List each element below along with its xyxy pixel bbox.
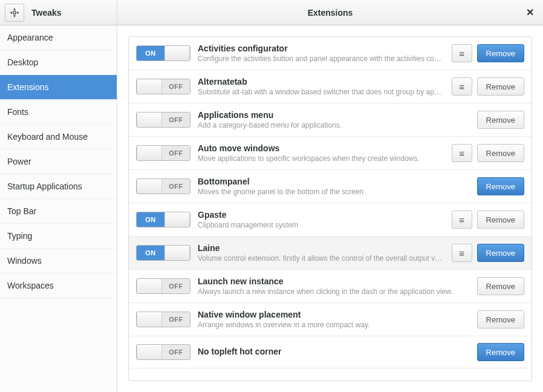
close-icon: ✕ xyxy=(526,7,534,18)
extension-toggle[interactable]: ON xyxy=(136,245,190,261)
extension-row: ONGpasteClipboard management system≡Remo… xyxy=(129,203,532,237)
extension-actions: Remove xyxy=(477,343,524,361)
extension-remove-button[interactable]: Remove xyxy=(477,77,524,96)
toggle-off-label: OFF xyxy=(162,179,190,194)
extension-row: OFFNative window placementArrange window… xyxy=(129,303,532,336)
extension-remove-button[interactable]: Remove xyxy=(477,44,524,62)
extension-remove-button[interactable]: Remove xyxy=(477,277,524,295)
extension-actions: ≡Remove xyxy=(452,211,524,229)
extension-actions: Remove xyxy=(477,111,524,129)
hamburger-icon: ≡ xyxy=(459,215,464,225)
toggle-off-label: OFF xyxy=(162,113,190,127)
extension-text: Applications menuAdd a category-based me… xyxy=(198,110,470,129)
extension-row: OFFLaunch new instanceAlways launch a ne… xyxy=(129,270,532,303)
extension-settings-button[interactable]: ≡ xyxy=(452,211,472,229)
extension-title: Applications menu xyxy=(198,110,470,120)
sidebar-item-desktop[interactable]: Desktop xyxy=(0,50,117,75)
extension-description: Always launch a new instance when clicki… xyxy=(198,287,470,296)
toggle-on-label: ON xyxy=(137,246,164,260)
extension-remove-button[interactable]: Remove xyxy=(477,310,524,328)
extension-actions: Remove xyxy=(477,177,524,195)
extension-row: ONActivities configuratorConfigure the a… xyxy=(129,37,532,70)
hamburger-icon: ≡ xyxy=(459,82,464,92)
locate-button[interactable] xyxy=(5,4,24,22)
extension-list[interactable]: ONActivities configuratorConfigure the a… xyxy=(128,36,532,381)
extension-toggle[interactable]: OFF xyxy=(136,178,190,194)
toggle-knob xyxy=(137,146,162,160)
extension-remove-button[interactable]: Remove xyxy=(477,111,524,129)
extension-toggle[interactable]: OFF xyxy=(136,145,190,161)
header-bar: Tweaks Extensions ✕ xyxy=(0,0,543,25)
extension-row: OFFAuto move windowsMove applications to… xyxy=(129,137,532,170)
sidebar-item-startup-applications[interactable]: Startup Applications xyxy=(0,174,117,199)
extension-title: Activities configurator xyxy=(198,44,444,53)
extension-actions: ≡Remove xyxy=(452,77,524,96)
extension-toggle[interactable]: OFF xyxy=(136,79,190,94)
remove-label: Remove xyxy=(486,149,515,158)
extension-remove-button[interactable]: Remove xyxy=(477,211,524,229)
toggle-knob xyxy=(137,79,162,94)
sidebar-item-typing[interactable]: Typing xyxy=(0,224,117,249)
extension-description: Volume control extension. firstly it all… xyxy=(198,254,444,263)
toggle-on-label: ON xyxy=(137,46,164,60)
extension-title: No topleft hot corner xyxy=(198,347,470,356)
header-right: Extensions ✕ xyxy=(117,0,543,25)
hamburger-icon: ≡ xyxy=(459,48,464,59)
sidebar-item-label: Extensions xyxy=(7,82,48,92)
extension-description: Move applications to specific workspaces… xyxy=(198,154,444,163)
sidebar-item-label: Startup Applications xyxy=(7,181,82,191)
extension-title: Launch new instance xyxy=(198,276,470,286)
remove-label: Remove xyxy=(486,315,515,324)
extension-title: Gpaste xyxy=(198,210,444,220)
locate-icon xyxy=(10,8,19,18)
sidebar-item-label: Appearance xyxy=(7,33,53,42)
extension-title: Bottompanel xyxy=(198,177,470,186)
extension-toggle[interactable]: OFF xyxy=(136,312,190,327)
extension-settings-button[interactable]: ≡ xyxy=(452,244,472,262)
sidebar-item-label: Keyboard and Mouse xyxy=(7,132,88,142)
extension-settings-button[interactable]: ≡ xyxy=(452,44,472,62)
toggle-knob xyxy=(137,312,162,327)
extension-settings-button[interactable]: ≡ xyxy=(452,144,472,162)
sidebar-item-workspaces[interactable]: Workspaces xyxy=(0,273,117,298)
extension-text: Activities configuratorConfigure the act… xyxy=(198,44,444,63)
close-button[interactable]: ✕ xyxy=(522,0,537,25)
extension-remove-button[interactable]: Remove xyxy=(477,244,524,262)
toggle-off-label: OFF xyxy=(162,79,190,94)
extension-remove-button[interactable]: Remove xyxy=(477,144,524,162)
sidebar-item-label: Top Bar xyxy=(7,206,36,216)
extension-toggle[interactable]: OFF xyxy=(136,344,190,360)
extension-toggle[interactable]: OFF xyxy=(136,112,190,128)
extension-toggle[interactable]: OFF xyxy=(136,278,190,294)
sidebar-item-label: Power xyxy=(7,157,31,166)
sidebar-item-fonts[interactable]: Fonts xyxy=(0,100,117,125)
extension-text: Launch new instanceAlways launch a new i… xyxy=(198,276,470,296)
sidebar-item-top-bar[interactable]: Top Bar xyxy=(0,199,117,224)
remove-label: Remove xyxy=(486,49,515,58)
sidebar-item-power[interactable]: Power xyxy=(0,149,117,174)
page-title: Extensions xyxy=(308,8,353,18)
sidebar-item-windows[interactable]: Windows xyxy=(0,249,117,273)
extension-description: Substitute alt-tab with a window based s… xyxy=(198,88,444,96)
extension-text: No topleft hot corner xyxy=(198,347,470,358)
extension-settings-button[interactable]: ≡ xyxy=(452,77,472,96)
extension-text: GpasteClipboard management system xyxy=(198,210,444,229)
toggle-knob xyxy=(137,179,162,194)
extension-description: Clipboard management system xyxy=(198,221,444,229)
app-title: Tweaks xyxy=(31,8,62,18)
extension-description: Arrange windows in overview in a more co… xyxy=(198,321,470,329)
sidebar-item-extensions[interactable]: Extensions xyxy=(0,75,117,100)
toggle-knob xyxy=(137,113,162,127)
extension-remove-button[interactable]: Remove xyxy=(477,343,524,361)
toggle-knob xyxy=(137,345,162,359)
extension-toggle[interactable]: ON xyxy=(136,212,190,227)
sidebar-item-appearance[interactable]: Appearance xyxy=(0,25,117,50)
sidebar-item-keyboard-and-mouse[interactable]: Keyboard and Mouse xyxy=(0,125,117,149)
extension-actions: Remove xyxy=(477,277,524,295)
extension-remove-button[interactable]: Remove xyxy=(477,177,524,195)
toggle-knob xyxy=(137,279,162,293)
extension-toggle[interactable]: ON xyxy=(136,45,190,61)
hamburger-icon: ≡ xyxy=(459,248,464,258)
extension-text: AlternatetabSubstitute alt-tab with a wi… xyxy=(198,77,444,96)
remove-label: Remove xyxy=(486,215,515,224)
